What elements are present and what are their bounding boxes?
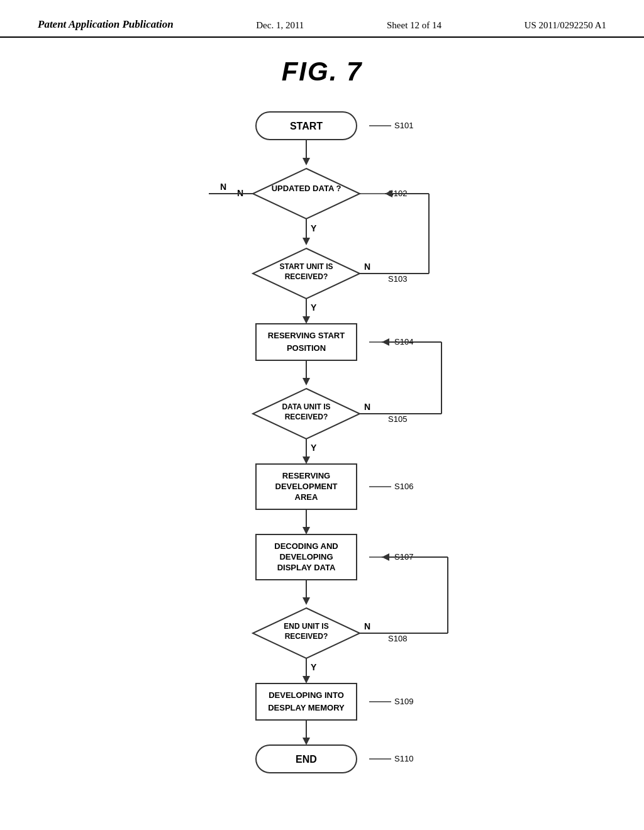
- svg-text:S105: S105: [388, 414, 407, 424]
- svg-marker-33: [303, 378, 310, 385]
- svg-rect-74: [256, 683, 357, 720]
- publication-date: Dec. 1, 2011: [256, 18, 304, 31]
- svg-marker-5: [303, 158, 310, 165]
- publication-number: US 2011/0292250 A1: [525, 18, 606, 31]
- svg-text:DECODING AND: DECODING AND: [274, 541, 338, 551]
- svg-text:S110: S110: [394, 754, 413, 763]
- svg-text:N: N: [364, 402, 370, 412]
- svg-text:DEVELOPMENT: DEVELOPMENT: [275, 482, 338, 491]
- svg-text:UPDATED DATA ?: UPDATED DATA ?: [272, 184, 341, 193]
- svg-text:Y: Y: [311, 302, 317, 313]
- main-content: FIG. 7 START S101 UPDATED DATA ? S102 N …: [0, 38, 644, 797]
- svg-text:RECEIVED?: RECEIVED?: [285, 272, 328, 281]
- flowchart-diagram: START S101 UPDATED DATA ? S102 N Y START…: [158, 106, 486, 797]
- svg-marker-61: [303, 597, 310, 605]
- svg-marker-6: [253, 169, 360, 219]
- svg-text:S106: S106: [394, 482, 413, 491]
- publication-title: Patent Application Publication: [38, 18, 174, 31]
- svg-text:DESPLAY MEMORY: DESPLAY MEMORY: [268, 703, 345, 712]
- svg-marker-14: [303, 238, 310, 245]
- svg-rect-27: [256, 324, 357, 360]
- figure-title: FIG. 7: [282, 57, 363, 87]
- svg-text:Y: Y: [311, 223, 317, 233]
- svg-marker-71: [382, 553, 389, 561]
- svg-text:S101: S101: [394, 121, 413, 130]
- svg-text:DATA UNIT IS: DATA UNIT IS: [282, 402, 330, 411]
- svg-text:N: N: [364, 621, 370, 631]
- svg-marker-43: [382, 338, 389, 346]
- svg-text:N: N: [364, 262, 370, 272]
- svg-text:POSITION: POSITION: [287, 343, 326, 353]
- svg-text:Y: Y: [311, 662, 317, 672]
- svg-text:END UNIT IS: END UNIT IS: [284, 622, 328, 631]
- svg-text:AREA: AREA: [295, 492, 318, 502]
- svg-marker-45: [303, 456, 310, 464]
- svg-text:DEVELOPING: DEVELOPING: [279, 552, 333, 562]
- svg-text:S108: S108: [388, 634, 407, 643]
- svg-text:S103: S103: [388, 274, 407, 284]
- svg-text:END: END: [296, 754, 317, 765]
- svg-text:RESERVING START: RESERVING START: [268, 331, 345, 340]
- svg-text:RECEIVED?: RECEIVED?: [285, 412, 328, 421]
- svg-text:DISPLAY DATA: DISPLAY DATA: [277, 563, 336, 572]
- svg-marker-80: [303, 738, 310, 745]
- svg-text:Y: Y: [311, 443, 317, 453]
- svg-text:RESERVING: RESERVING: [282, 471, 330, 480]
- svg-marker-53: [303, 527, 310, 534]
- svg-text:DEVELOPING INTO: DEVELOPING INTO: [269, 690, 344, 700]
- svg-marker-26: [303, 316, 310, 324]
- svg-text:RECEIVED?: RECEIVED?: [285, 632, 328, 641]
- svg-marker-73: [303, 676, 310, 683]
- svg-text:S109: S109: [394, 697, 413, 706]
- sheet-info: Sheet 12 of 14: [387, 18, 441, 31]
- page-header: Patent Application Publication Dec. 1, 2…: [0, 0, 644, 38]
- svg-text:N: N: [220, 182, 226, 192]
- svg-text:START UNIT IS: START UNIT IS: [279, 262, 333, 271]
- svg-text:START: START: [290, 121, 323, 131]
